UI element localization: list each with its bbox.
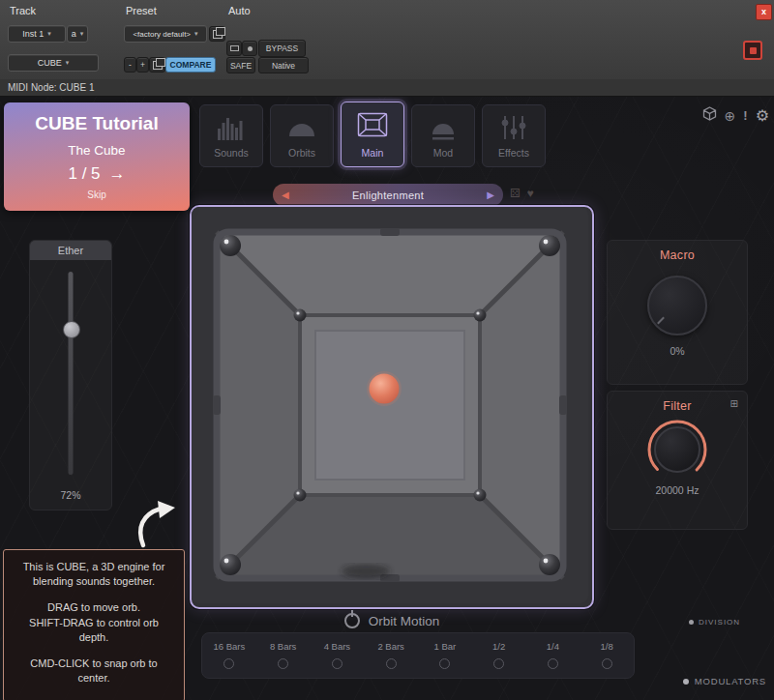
red-toggle-button[interactable]: [743, 41, 762, 60]
radio-icon[interactable]: [548, 658, 558, 669]
ether-slider-track[interactable]: [69, 272, 74, 475]
utility-icon-bar: ⊕ ! ⚙: [702, 106, 769, 125]
tab-orbits[interactable]: Orbits: [270, 104, 334, 167]
division-option-16bars[interactable]: 16 Bars: [202, 633, 256, 678]
power-icon[interactable]: [344, 613, 360, 628]
instrument-dropdown[interactable]: CUBE ▾: [8, 54, 99, 72]
chevron-down-icon: ▾: [80, 30, 84, 38]
radio-icon[interactable]: [439, 658, 450, 669]
preset-navigator: ◀ Enlightenment ▶: [273, 184, 503, 206]
effects-sliders-icon: [483, 115, 545, 140]
mod-dome-icon: [412, 115, 474, 140]
radio-icon[interactable]: [223, 658, 234, 669]
preset-copy-button[interactable]: [149, 57, 165, 73]
preset-dropdown[interactable]: <factory default> ▾: [124, 25, 207, 43]
tutorial-tooltip: This is CUBE, a 3D engine for blending s…: [3, 549, 185, 700]
app-window: Track Inst 1 ▾ a ▾ CUBE ▾ Preset <factor…: [0, 0, 774, 700]
cube-plugin-body: CUBE Tutorial The Cube 1 / 5 → Skip Soun…: [0, 96, 774, 700]
midi-node-text: MIDI Node: CUBE 1: [8, 82, 94, 93]
orbit-motion-label: Orbit Motion: [369, 614, 440, 628]
orb[interactable]: [367, 371, 402, 406]
division-option-eighth[interactable]: 1/8: [580, 633, 634, 678]
automation-read-icon[interactable]: [226, 41, 242, 56]
copy-icon: [153, 61, 163, 70]
macro-panel: Macro 0%: [607, 240, 748, 385]
tab-effects[interactable]: Effects: [482, 104, 546, 167]
tutorial-skip-link[interactable]: Skip: [4, 190, 190, 200]
cube-3d-view[interactable]: [190, 205, 594, 609]
next-arrow-icon[interactable]: →: [109, 164, 126, 184]
cube-3d-icon[interactable]: [702, 106, 717, 125]
division-option-half[interactable]: 1/2: [472, 633, 526, 678]
ether-value: 72%: [30, 489, 111, 501]
radio-icon[interactable]: [386, 658, 397, 669]
tooltip-paragraph: CMD-CLICK to snap orb to center.: [12, 656, 176, 685]
automation-write-icon[interactable]: [242, 41, 257, 56]
tutorial-step: 1 / 5: [68, 164, 100, 184]
auto-label: Auto: [228, 5, 251, 16]
preset-save-button[interactable]: [209, 26, 225, 42]
alert-icon[interactable]: !: [743, 109, 747, 122]
preset-name: Enlightenment: [352, 190, 424, 201]
tutorial-title: CUBE Tutorial: [4, 113, 190, 134]
preset-next-arrow[interactable]: ▶: [487, 190, 494, 200]
compare-button[interactable]: COMPARE: [165, 57, 216, 73]
native-dropdown[interactable]: Native: [258, 57, 309, 73]
chevron-down-icon: ▾: [47, 30, 51, 38]
macro-label: Macro: [608, 248, 747, 262]
tooltip-paragraph: DRAG to move orb. SHIFT-DRAG to control …: [12, 600, 176, 645]
daw-plugin-header: Track Inst 1 ▾ a ▾ CUBE ▾ Preset <factor…: [0, 0, 774, 80]
orbits-dome-icon: [271, 115, 333, 140]
division-option-quarter[interactable]: 1/4: [526, 633, 580, 678]
close-button[interactable]: x: [756, 4, 772, 20]
chevron-down-icon: ▾: [66, 59, 70, 67]
track-instance-dropdown[interactable]: Inst 1 ▾: [8, 25, 66, 43]
radio-icon[interactable]: [332, 658, 342, 669]
radio-icon[interactable]: [602, 658, 612, 669]
preset-label: Preset: [126, 5, 157, 16]
safe-button[interactable]: SAFE: [226, 57, 255, 73]
preset-side-icons: ⚄ ♥: [510, 188, 534, 199]
tab-main[interactable]: Main: [341, 102, 404, 167]
radio-icon[interactable]: [493, 658, 504, 669]
cube-wireframe-icon: [342, 112, 403, 137]
division-option-2bars[interactable]: 2 Bars: [364, 633, 418, 678]
preset-prev-arrow[interactable]: ◀: [282, 190, 289, 200]
modulators-toggle[interactable]: MODULATORS: [683, 676, 766, 686]
macro-value: 0%: [608, 345, 747, 357]
ether-panel: Ether 72%: [29, 240, 112, 510]
preset-prev-button[interactable]: -: [124, 57, 136, 73]
modulators-dot-icon: [683, 679, 689, 685]
bypass-button[interactable]: BYPASS: [258, 40, 306, 57]
tab-mod[interactable]: Mod: [411, 104, 475, 167]
midi-node-bar: MIDI Node: CUBE 1: [0, 79, 774, 97]
division-option-4bars[interactable]: 4 Bars: [311, 633, 365, 678]
filter-value: 20000 Hz: [608, 484, 747, 496]
division-option-1bar[interactable]: 1 Bar: [418, 633, 472, 678]
tutorial-card[interactable]: CUBE Tutorial The Cube 1 / 5 → Skip: [4, 102, 190, 211]
cube-back-inset: [315, 331, 464, 480]
preset-next-button[interactable]: +: [136, 57, 149, 73]
grid-icon[interactable]: ⊞: [730, 399, 738, 409]
ether-label: Ether: [30, 241, 111, 260]
globe-icon[interactable]: ⊕: [725, 109, 736, 123]
gear-icon[interactable]: ⚙: [756, 108, 769, 124]
chevron-down-icon: ▾: [194, 30, 198, 38]
tab-sounds[interactable]: Sounds: [199, 104, 263, 167]
division-label: DIVISION: [699, 618, 740, 627]
division-option-8bars[interactable]: 8 Bars: [256, 633, 311, 678]
tutorial-subtitle: The Cube: [4, 143, 190, 158]
heart-icon[interactable]: ♥: [526, 188, 533, 199]
ether-slider-handle[interactable]: [63, 321, 80, 338]
filter-knob[interactable]: [646, 419, 708, 481]
track-a-button[interactable]: a ▾: [67, 25, 88, 43]
macro-knob[interactable]: [647, 276, 707, 335]
track-label: Track: [10, 5, 36, 16]
orb-shadow: [342, 565, 390, 578]
filter-label: Filter: [608, 399, 747, 413]
dice-icon[interactable]: ⚄: [510, 188, 520, 199]
radio-icon[interactable]: [278, 658, 288, 669]
division-tag: DIVISION: [689, 618, 740, 627]
filter-panel: Filter ⊞ 20000 Hz: [607, 391, 748, 530]
curved-arrow-icon: [134, 499, 182, 555]
